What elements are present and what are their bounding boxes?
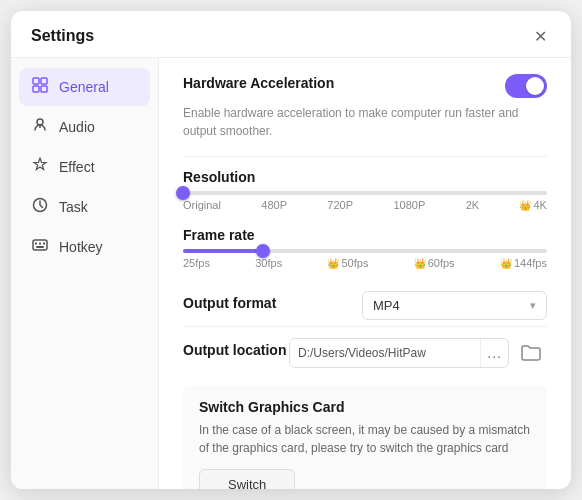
output-format-select[interactable]: MP4 ▾ — [362, 291, 547, 320]
hardware-toggle-row: Hardware Acceleration — [183, 74, 547, 98]
dialog-title: Settings — [31, 27, 94, 45]
output-location-row: Output location D:/Users/Videos/HitPaw .… — [183, 337, 547, 369]
resolution-section: Resolution Original 480P 720P 1080P 2K 👑… — [183, 169, 547, 211]
graphics-desc: In the case of a black screen, it may be… — [199, 421, 531, 457]
sidebar: General Audio Effect — [11, 58, 159, 489]
output-location-label: Output location — [183, 342, 286, 358]
settings-dialog: Settings ✕ General — [11, 11, 571, 489]
hotkey-icon — [31, 237, 49, 257]
audio-icon — [31, 117, 49, 137]
hardware-desc: Enable hardware acceleration to make com… — [183, 104, 547, 140]
svg-rect-11 — [36, 246, 44, 248]
svg-rect-8 — [35, 243, 37, 245]
main-layout: General Audio Effect — [11, 58, 571, 489]
res-1080p: 1080P — [393, 199, 425, 211]
resolution-slider-track[interactable] — [183, 191, 547, 195]
frame-rate-slider-fill — [183, 249, 263, 253]
resolution-slider-container: Original 480P 720P 1080P 2K 👑4K — [183, 191, 547, 211]
output-format-label: Output format — [183, 295, 276, 311]
frame-rate-slider-track[interactable] — [183, 249, 547, 253]
sidebar-effect-label: Effect — [59, 159, 95, 175]
output-format-value: MP4 — [373, 298, 400, 313]
close-button[interactable]: ✕ — [529, 25, 551, 47]
svg-rect-9 — [39, 243, 41, 245]
chevron-down-icon: ▾ — [530, 299, 536, 312]
fps-60: 👑60fps — [414, 257, 455, 269]
output-location-field: D:/Users/Videos/HitPaw ... — [289, 338, 509, 368]
frame-rate-slider-thumb[interactable] — [256, 244, 270, 258]
sidebar-item-hotkey[interactable]: Hotkey — [19, 228, 150, 266]
svg-rect-0 — [33, 78, 39, 84]
effect-icon — [31, 157, 49, 177]
divider-1 — [183, 156, 547, 157]
svg-rect-10 — [43, 243, 45, 245]
main-settings: Hardware Acceleration Enable hardware ac… — [159, 58, 571, 489]
sidebar-item-task[interactable]: Task — [19, 188, 150, 226]
output-path-text: D:/Users/Videos/HitPaw — [290, 340, 480, 366]
svg-rect-3 — [41, 86, 47, 92]
graphics-title: Switch Graphics Card — [199, 399, 531, 415]
resolution-label: Resolution — [183, 169, 547, 185]
output-path-dots-button[interactable]: ... — [480, 339, 508, 367]
folder-open-button[interactable] — [515, 337, 547, 369]
fps-50: 👑50fps — [327, 257, 368, 269]
frame-rate-section: Frame rate 25fps 30fps 👑50fps 👑60fps 👑14… — [183, 227, 547, 269]
title-bar: Settings ✕ — [11, 11, 571, 58]
fps-144: 👑144fps — [500, 257, 547, 269]
switch-graphics-button[interactable]: Switch — [199, 469, 295, 489]
sidebar-audio-label: Audio — [59, 119, 95, 135]
fps-25: 25fps — [183, 257, 210, 269]
svg-point-4 — [37, 119, 43, 125]
output-location-controls: D:/Users/Videos/HitPaw ... — [289, 337, 547, 369]
sidebar-general-label: General — [59, 79, 109, 95]
frame-rate-labels: 25fps 30fps 👑50fps 👑60fps 👑144fps — [183, 257, 547, 269]
fps-30: 30fps — [255, 257, 282, 269]
resolution-slider-thumb[interactable] — [176, 186, 190, 200]
sidebar-task-label: Task — [59, 199, 88, 215]
task-icon — [31, 197, 49, 217]
general-icon — [31, 77, 49, 97]
sidebar-item-effect[interactable]: Effect — [19, 148, 150, 186]
res-480p: 480P — [261, 199, 287, 211]
frame-rate-slider-container: 25fps 30fps 👑50fps 👑60fps 👑144fps — [183, 249, 547, 269]
resolution-labels: Original 480P 720P 1080P 2K 👑4K — [183, 199, 547, 211]
hardware-toggle[interactable] — [505, 74, 547, 98]
res-720p: 720P — [327, 199, 353, 211]
res-4k: 👑4K — [519, 199, 546, 211]
svg-rect-2 — [33, 86, 39, 92]
output-format-row: Output format MP4 ▾ — [183, 285, 547, 327]
res-2k: 2K — [466, 199, 479, 211]
hardware-label: Hardware Acceleration — [183, 75, 334, 91]
sidebar-item-audio[interactable]: Audio — [19, 108, 150, 146]
sidebar-hotkey-label: Hotkey — [59, 239, 103, 255]
switch-graphics-section: Switch Graphics Card In the case of a bl… — [183, 385, 547, 489]
res-original: Original — [183, 199, 221, 211]
frame-rate-label: Frame rate — [183, 227, 547, 243]
sidebar-item-general[interactable]: General — [19, 68, 150, 106]
svg-rect-1 — [41, 78, 47, 84]
svg-rect-7 — [33, 240, 47, 250]
hardware-acceleration-section: Hardware Acceleration Enable hardware ac… — [183, 74, 547, 140]
